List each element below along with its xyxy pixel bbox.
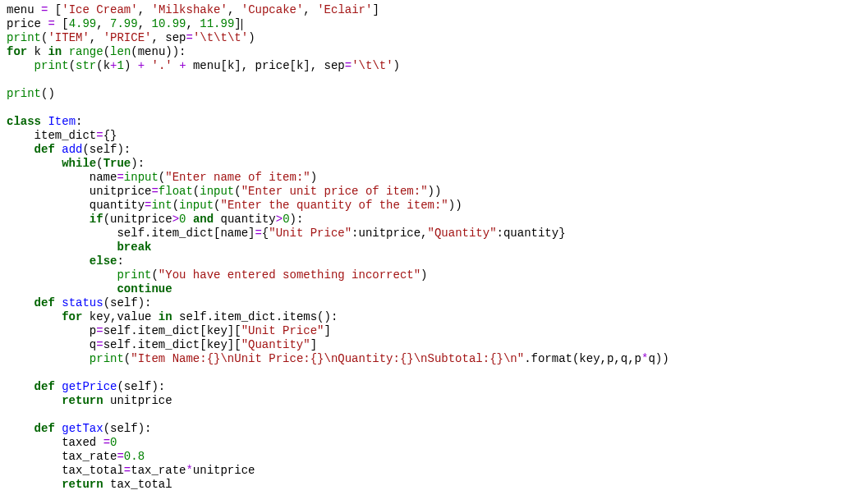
- menu-item-3: Eclair: [324, 3, 365, 16]
- tax-rate: 0.8: [124, 450, 145, 463]
- str-status-fmt: Item Name:{}\nUnit Price:{}\nQuantity:{}…: [138, 352, 517, 365]
- price-2: 10.99: [151, 17, 186, 30]
- price-0: 4.99: [69, 17, 97, 30]
- method-add: add: [62, 143, 82, 156]
- str-err: You have entered something incorrect: [165, 268, 413, 282]
- menu-item-2: Cupcake: [248, 3, 296, 16]
- method-getprice: getPrice: [62, 380, 117, 393]
- method-gettax: getTax: [62, 422, 103, 435]
- hdr-price: PRICE: [110, 31, 145, 44]
- str-enter-name: Enter name of item:: [172, 171, 304, 184]
- price-1: 7.99: [110, 17, 138, 30]
- code-editor[interactable]: menu = ['Ice Cream', 'Milkshake', 'Cupca…: [0, 0, 841, 495]
- key-unit-price: Unit Price: [276, 227, 345, 240]
- class-name: Item: [48, 115, 76, 128]
- key-unit-price-2: Unit Price: [248, 324, 317, 337]
- str-enter-unitprice: Enter unit price of item:: [248, 185, 420, 198]
- taxed-init: 0: [110, 436, 117, 449]
- text-cursor: [241, 19, 242, 30]
- key-quantity: Quantity: [434, 227, 489, 240]
- hdr-item: ITEM: [55, 31, 83, 44]
- price-3: 11.99: [200, 17, 234, 30]
- menu-item-0: Ice Cream: [69, 3, 131, 16]
- hdr-sep: \t\t\t: [200, 31, 241, 44]
- str-enter-quantity: Enter the quantity of the item:: [227, 199, 441, 212]
- loop-sep: \t\t: [359, 59, 387, 72]
- menu-item-1: Milkshake: [159, 3, 221, 16]
- method-status: status: [62, 296, 103, 309]
- key-quantity-2: Quantity: [248, 338, 303, 351]
